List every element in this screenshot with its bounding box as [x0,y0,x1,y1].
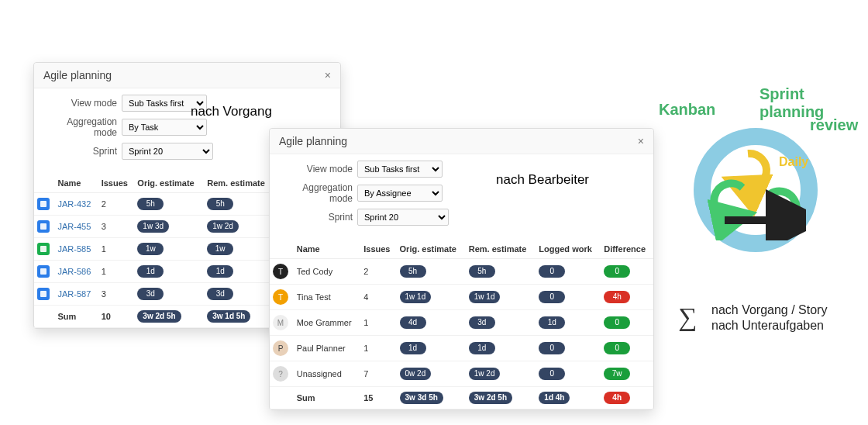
pill: 3w 1d 5h [207,310,250,323]
svg-rect-2 [40,246,46,252]
panel-by-assignee: Agile planning × View mode Sub Tasks fir… [269,128,654,410]
issues-count: 2 [360,259,396,285]
viewmode-select[interactable]: Sub Tasks first [357,161,443,178]
pill: 1w 1d [469,291,501,303]
table-row: PPaul Planner11d1d00 [270,336,653,361]
avatar: P [273,340,288,356]
pill: 0 [539,342,565,354]
close-icon[interactable]: × [638,135,644,147]
issue-link[interactable]: JAR-432 [58,199,91,209]
pill: 1w 2d [469,368,501,380]
sprint-label: Sprint [43,146,122,157]
issue-link[interactable]: JAR-455 [58,222,91,231]
issues-count: 3 [98,283,135,306]
pill: 0 [539,265,565,278]
issues-count: 1 [360,310,396,336]
summary-line-2: nach Unteraufgaben [711,318,827,333]
col-header: Difference [601,240,653,259]
pill: 5h [400,265,426,278]
pill: 1w 2d [207,220,239,233]
table-row: MMoe Grammer14d3d1d0 [270,310,653,336]
issues-count: 4 [360,285,396,310]
col-header: Name [55,174,98,193]
aggmode-select[interactable]: By Assignee [357,185,443,202]
issue-type-icon [37,265,50,278]
panel-header: Agile planning × [270,129,653,154]
caption-by-task: nach Vorgang [191,104,272,119]
viewmode-label: View mode [279,164,357,174]
issue-link[interactable]: JAR-587 [58,289,91,299]
pill: 3w 2d 5h [469,392,512,404]
pill: 0 [539,291,565,303]
col-header [34,174,55,193]
pill: 5h [469,265,495,278]
avatar: T [273,289,288,305]
pill: 3d [207,288,233,300]
issues-count: 3 [98,216,135,238]
pill: 1d [400,342,426,354]
col-header: Rem. estimate [466,240,536,259]
avatar: ? [273,366,288,382]
aggmode-select[interactable]: By Task [122,119,207,136]
pill: 5h [207,198,233,210]
pill: 3d [137,288,164,300]
table-row: TTed Cody25h5h00 [270,259,653,285]
pill: 4h [604,392,630,404]
issues-count: 1 [98,261,135,283]
avatar: T [273,264,288,279]
pill: 1d [469,342,495,354]
pill: 0 [604,265,630,278]
pill: 7w [604,368,630,380]
pill: 1d 4h [539,392,570,404]
sprint-label: Sprint [279,212,357,223]
agile-cycle-icon [705,140,806,240]
panel-title: Agile planning [279,135,347,147]
panel-title: Agile planning [43,69,112,81]
pill: 0 [604,316,630,329]
issues-count: 2 [98,193,135,216]
summary-line-1: nach Vorgang / Story [711,302,827,318]
panel-header: Agile planning × [34,63,340,88]
col-header: Issues [360,240,396,259]
pill: 1d [207,265,233,278]
issue-link[interactable]: JAR-585 [58,244,91,254]
issues-count: 7 [360,361,396,387]
svg-rect-1 [40,223,46,230]
pill: 0w 2d [400,368,432,380]
pill: 5h [137,198,164,210]
sprint-select[interactable]: Sprint 20 [357,209,449,226]
pill: 4h [604,291,630,303]
pill: 1w 3d [137,220,169,233]
viewmode-label: View mode [43,98,122,109]
kanban-label: Kanban [659,101,715,119]
svg-rect-0 [40,201,46,207]
close-icon[interactable]: × [325,69,331,81]
assignee-name: Unassigned [294,361,361,387]
aggmode-label: Aggregation mode [279,182,357,204]
pill: 1w [207,243,233,255]
svg-rect-4 [40,291,46,297]
table-row: ?Unassigned70w 2d1w 2d07w [270,361,653,387]
table-by-assignee: NameIssuesOrig. estimateRem. estimateLog… [270,240,653,409]
sprint-select[interactable]: Sprint 20 [122,143,213,160]
col-header: Issues [98,174,135,193]
issue-type-icon [37,198,50,210]
issue-link[interactable]: JAR-586 [58,267,91,276]
col-header: Rem. estimate [204,174,274,193]
issues-count: 1 [98,238,135,261]
avatar: M [273,315,288,330]
assignee-name: Paul Planner [294,336,361,361]
assignee-name: Tina Test [294,285,361,310]
issues-count: 1 [360,336,396,361]
pill: 0 [539,368,565,380]
assignee-name: Moe Grammer [294,310,361,336]
review-label: review [810,116,858,134]
sum-row: Sum153w 3d 5h3w 2d 5h1d 4h4h [270,387,653,409]
panel-controls: View mode Sub Tasks first Aggregation mo… [270,154,653,240]
pill: 1d [539,316,565,329]
table-row: TTina Test41w 1d1w 1d04h [270,285,653,310]
pill: 3w 2d 5h [137,310,181,323]
aggmode-label: Aggregation mode [43,116,122,138]
issue-type-icon [37,220,50,233]
col-header: Name [294,240,361,259]
